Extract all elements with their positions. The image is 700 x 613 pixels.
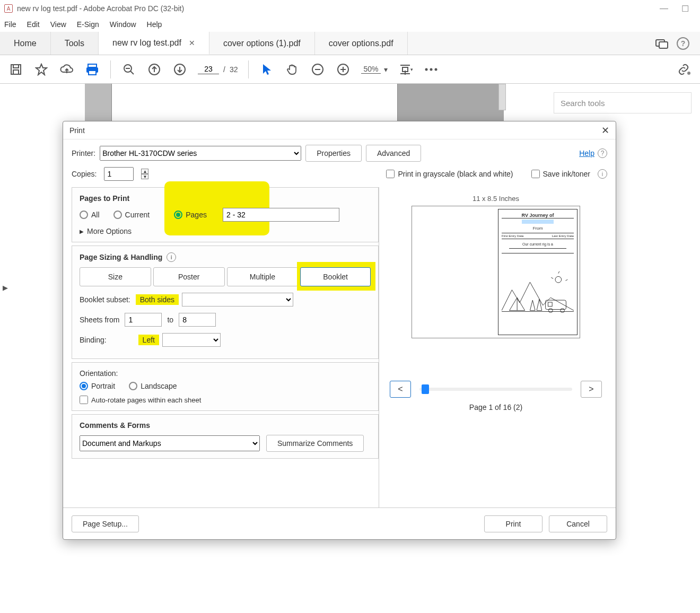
binding-select[interactable] [162, 333, 221, 347]
page-setup-button[interactable]: Page Setup... [72, 515, 139, 532]
svg-point-20 [430, 68, 432, 71]
zoom-level[interactable]: 50% ▾ [361, 65, 387, 74]
autorotate-checkbox[interactable]: Auto-rotate pages within each sheet [80, 396, 371, 404]
window-minimize-icon[interactable]: — [653, 4, 675, 13]
poster-button[interactable]: Poster [153, 267, 225, 286]
menu-view[interactable]: View [50, 20, 66, 29]
menu-help[interactable]: Help [147, 20, 162, 29]
preview-slider-thumb[interactable] [422, 384, 429, 394]
info-icon[interactable]: i [598, 169, 607, 179]
preview-first-entry: First Entry Date [502, 234, 524, 238]
search-tools-placeholder: Search tools [561, 99, 605, 108]
menu-file[interactable]: File [4, 20, 16, 29]
menu-window[interactable]: Window [110, 20, 136, 29]
preview-slider[interactable] [419, 388, 572, 391]
chevron-down-icon: ▾ [384, 65, 388, 74]
dialog-close-icon[interactable]: ✕ [601, 125, 609, 136]
preview-box: RV Journey of From First Entry Date Last… [412, 206, 580, 338]
radio-all[interactable]: All [80, 211, 100, 219]
saveink-checkbox[interactable]: Save ink/toner [531, 170, 591, 178]
page-range-input[interactable] [223, 208, 339, 222]
orientation-panel: Orientation: Portrait Landscape Auto-rot… [72, 362, 379, 411]
select-tool-icon[interactable] [259, 62, 274, 77]
fit-width-icon[interactable]: ▾ [398, 62, 413, 77]
svg-marker-30 [530, 300, 535, 310]
svg-point-22 [687, 72, 690, 75]
tab-tools[interactable]: Tools [51, 32, 99, 55]
sheets-from-input[interactable] [125, 313, 162, 327]
advanced-button[interactable]: Advanced [366, 145, 421, 162]
doc-gray-right [398, 84, 504, 124]
page-current-input[interactable] [198, 64, 219, 74]
spinner-up-icon[interactable]: ▲ [141, 169, 148, 174]
printer-label: Printer: [72, 149, 95, 157]
properties-button[interactable]: Properties [305, 145, 362, 162]
summarize-comments-button[interactable]: Summarize Comments [266, 435, 364, 452]
preview-next-button[interactable]: > [581, 381, 602, 398]
zoom-plus-icon[interactable] [336, 62, 351, 77]
radio-portrait[interactable]: Portrait [80, 382, 115, 390]
preview-prev-button[interactable]: < [390, 381, 411, 398]
grayscale-checkbox[interactable]: Print in grayscale (black and white) [386, 170, 513, 178]
print-icon[interactable] [85, 62, 100, 77]
close-icon[interactable]: ✕ [189, 39, 195, 47]
tab-document-1[interactable]: new rv log test.pdf ✕ [99, 32, 209, 55]
zoom-minus-icon[interactable] [310, 62, 325, 77]
autorotate-checkbox-input[interactable] [80, 396, 88, 404]
size-button[interactable]: Size [80, 267, 151, 286]
window-maximize-icon[interactable]: ☐ [675, 4, 696, 14]
page-up-icon[interactable] [147, 62, 162, 77]
spinner-down-icon[interactable]: ▼ [141, 174, 148, 179]
booklet-subset-select[interactable] [182, 293, 293, 306]
sheets-to-input[interactable] [179, 313, 216, 327]
copies-spinner[interactable]: ▲ ▼ [141, 169, 148, 179]
hand-tool-icon[interactable] [285, 62, 300, 77]
sizing-info-icon[interactable]: i [167, 252, 176, 262]
comments-select[interactable]: Document and Markups [80, 435, 260, 451]
svg-rect-24 [546, 300, 566, 309]
menu-bar: File Edit View E-Sign Window Help [0, 17, 700, 32]
zoom-out-icon[interactable] [121, 62, 136, 77]
print-button[interactable]: Print [484, 515, 542, 532]
star-icon[interactable] [34, 62, 49, 77]
save-icon[interactable] [8, 62, 23, 77]
doc-gray-left [85, 84, 111, 124]
page-down-icon[interactable] [172, 62, 187, 77]
binding-value-display: Left [143, 336, 155, 344]
menu-edit[interactable]: Edit [27, 20, 40, 29]
copies-input[interactable] [104, 167, 134, 181]
more-tools-icon[interactable] [424, 62, 439, 77]
radio-landscape-label: Landscape [141, 382, 177, 390]
tab-document-2[interactable]: cover options (1).pdf [209, 32, 315, 55]
vertical-scrollbar[interactable] [498, 84, 506, 110]
radio-current[interactable]: Current [113, 211, 150, 219]
dialog-titlebar: Print ✕ [63, 121, 616, 139]
cloud-upload-icon[interactable] [59, 62, 74, 77]
radio-landscape[interactable]: Landscape [129, 382, 177, 390]
help-icon[interactable]: ? [677, 37, 689, 50]
sheets-from-label: Sheets from [80, 316, 119, 324]
booklet-button[interactable]: Booklet [300, 267, 371, 286]
booklet-subset-label: Booklet subset: [80, 295, 130, 304]
search-tools-input[interactable]: Search tools [554, 92, 692, 113]
preview-nav: < > [390, 381, 602, 398]
tab-home[interactable]: Home [0, 32, 51, 55]
grayscale-label: Print in grayscale (black and white) [398, 170, 513, 178]
page-number-control: / 32 [198, 64, 238, 74]
help-info-icon[interactable]: ? [598, 148, 607, 158]
radio-pages[interactable]: Pages [174, 211, 207, 219]
printer-select[interactable]: Brother HL-3170CDW series [100, 146, 301, 161]
expand-left-panel-icon[interactable]: ▶ [1, 281, 10, 294]
radio-pages-label: Pages [186, 211, 207, 219]
grayscale-checkbox-input[interactable] [386, 170, 395, 178]
cancel-button[interactable]: Cancel [549, 515, 607, 532]
menu-esign[interactable]: E-Sign [77, 20, 99, 29]
multiple-button[interactable]: Multiple [227, 267, 299, 286]
tab-document-3[interactable]: cover options.pdf [315, 32, 408, 55]
link-share-icon[interactable] [677, 62, 692, 77]
svg-line-10 [130, 71, 134, 74]
share-icon[interactable] [655, 38, 668, 49]
help-link[interactable]: Help [579, 149, 594, 157]
saveink-checkbox-input[interactable] [531, 170, 540, 178]
dialog-title: Print [69, 126, 85, 135]
